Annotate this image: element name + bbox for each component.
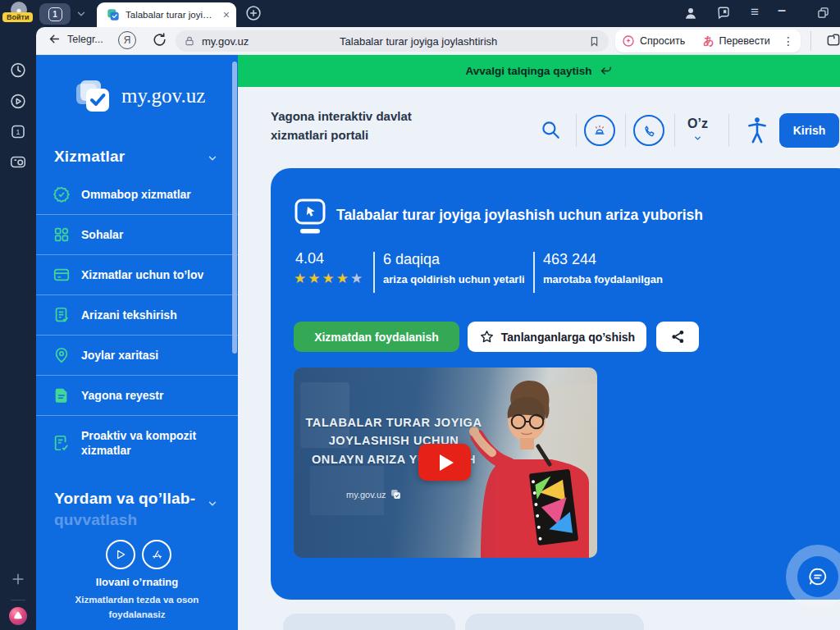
back-button[interactable]: Telegr... (48, 32, 103, 46)
duration-label: ariza qoldirish uchun yetarli (383, 273, 525, 285)
previous-version-banner[interactable]: Avvalgi talqinga qaytish (238, 55, 840, 87)
section-tab[interactable] (465, 614, 644, 630)
document-check-icon (52, 306, 71, 324)
sidebar-item-label: Xizmatlar uchun to’lov (81, 267, 203, 282)
browser-toolbar: Telegr... Я my.gov.uz Talabalar turar jo… (36, 27, 840, 55)
section-tab[interactable] (283, 614, 455, 630)
header-divider (728, 114, 729, 147)
site-logo[interactable]: my.gov.uz (74, 76, 205, 116)
sidebar-item-ommabop-xizmatlar[interactable]: Ommabop xizmatlar (36, 175, 238, 215)
media-play-icon[interactable] (10, 93, 27, 113)
use-service-button[interactable]: Xizmatdan foydalanish (294, 322, 459, 352)
tab-count-button[interactable]: 1 (39, 3, 71, 25)
ask-ai-icon (622, 34, 635, 48)
sidebar-item-yagona-reyestr[interactable]: Yagona reyestr (36, 376, 238, 416)
sidebar-item-xizmatlar-tolov[interactable]: Xizmatlar uchun to’lov (36, 255, 238, 295)
stat-divider (533, 252, 535, 293)
translate-button[interactable]: Перевести (719, 35, 769, 47)
sidebar-item-proaktiv-xizmatlar[interactable]: Proaktiv va kompozit xizmatlar (36, 416, 238, 470)
grid-icon (52, 226, 71, 244)
star-icon: ★ (350, 271, 364, 286)
login-badge[interactable]: Войти (2, 12, 33, 22)
app-promo-title: Ilovani o’rnating (36, 576, 238, 588)
service-video-thumbnail[interactable]: TALABALAR TURAR JOYIGA JOYLASHISH UCHUN … (294, 368, 597, 558)
sidebar-item-arizani-tekshirish[interactable]: Arizani tekshirish (36, 295, 238, 336)
login-button[interactable]: Kirish (779, 113, 839, 148)
header-divider (625, 114, 626, 147)
support-heading[interactable]: Yordam va qo’llab- (54, 490, 195, 508)
menu-hamburger-icon[interactable]: ≡ (751, 4, 759, 21)
rating-value: 4.04 (295, 250, 324, 267)
video-play-button[interactable] (418, 444, 471, 481)
google-play-icon[interactable] (106, 540, 135, 569)
toolbar-divider (810, 31, 811, 51)
usage-label: marotaba foydalanilgan (543, 273, 663, 285)
bookmark-icon[interactable] (588, 35, 600, 48)
header-divider (674, 114, 675, 147)
sidebar-item-label: Sohalar (81, 227, 123, 242)
sidebar-item-label: Joylar xaritasi (81, 348, 158, 363)
alice-assistant-icon[interactable] (8, 606, 28, 629)
toolbar-kebab-icon[interactable]: ⋮ (783, 34, 794, 48)
emergency-icon[interactable] (584, 115, 615, 146)
refresh-icon[interactable] (152, 32, 167, 51)
usage-value: 463 244 (543, 251, 596, 268)
document-edit-icon (52, 434, 71, 452)
sidebar-item-label: Ommabop xizmatlar (81, 187, 191, 202)
star-outline-icon (479, 329, 495, 345)
star-icon: ★ (336, 271, 350, 286)
ask-button[interactable]: Спросить (640, 35, 685, 47)
tabs-panel-icon[interactable]: 1 (10, 123, 27, 144)
minimize-icon[interactable]: – (778, 2, 786, 19)
history-icon[interactable] (10, 62, 27, 82)
sidebar-item-label: Proaktiv va kompozit xizmatlar (81, 428, 221, 458)
notifications-bubble-icon[interactable] (716, 6, 731, 24)
accessibility-icon[interactable] (744, 116, 770, 148)
new-tab-button[interactable] (245, 5, 262, 25)
support-chevron-icon[interactable] (207, 498, 218, 513)
tab-title: Talabalar turar joyiga jo (126, 10, 217, 20)
sidebar-item-label: Arizani tekshirish (81, 308, 177, 322)
page-content: Avvalgi talqinga qaytish Yagona interakt… (238, 55, 840, 630)
tab-list-chevron[interactable] (75, 8, 87, 23)
header-divider (576, 114, 577, 147)
support-heading-line2: quvvatlash (54, 511, 137, 529)
back-label: Telegr... (67, 34, 103, 45)
add-favorites-button[interactable]: Tanlanganlarga qo’shish (468, 322, 646, 352)
share-icon (670, 329, 686, 345)
add-panel-icon[interactable] (10, 571, 26, 591)
service-card: Talabalar turar joyiga joylashish uchun … (271, 168, 840, 600)
search-icon[interactable] (540, 119, 561, 144)
tab-close-icon[interactable]: × (223, 9, 230, 21)
active-tab[interactable]: Talabalar turar joyiga jo × (97, 2, 236, 27)
browser-side-rail: 1 ••• (0, 27, 36, 630)
share-button[interactable] (656, 322, 699, 352)
sidebar-scrollbar[interactable] (232, 62, 237, 354)
sidebar-item-sohalar[interactable]: Sohalar (36, 215, 238, 255)
stat-divider (373, 252, 375, 293)
badge-check-icon (52, 185, 71, 203)
address-bar[interactable]: my.gov.uz Talabalar turar joyiga joylash… (176, 30, 609, 52)
language-label: O’z (687, 116, 708, 130)
site-sidebar: my.gov.uz Xizmatlar Ommabop xizmatlar So… (36, 55, 238, 630)
lock-icon (184, 35, 195, 47)
star-rating[interactable]: ★★★★★ (294, 270, 364, 287)
services-chevron-icon[interactable] (207, 153, 218, 167)
app-store-icon[interactable] (142, 540, 171, 569)
chat-fab-button[interactable] (797, 556, 838, 597)
toolbar-actions: Спросить あ Перевести ⋮ (615, 30, 801, 52)
services-heading[interactable]: Xizmatlar (54, 148, 125, 166)
browser-profile-icon[interactable] (683, 6, 698, 24)
page-title: Talabalar turar joyiga joylashtirish (249, 35, 588, 48)
duration-value: 6 daqiqa (383, 251, 440, 268)
online-service-icon (294, 198, 328, 235)
restore-window-icon[interactable] (817, 7, 829, 22)
add-favorites-label: Tanlanganlarga qo’shish (501, 331, 635, 344)
yandex-services-icon[interactable]: Я (118, 31, 136, 49)
language-selector[interactable]: O’z (687, 116, 708, 146)
screenshot-icon[interactable] (9, 153, 27, 174)
phone-icon[interactable] (633, 115, 664, 146)
side-panel-icon[interactable] (825, 32, 840, 52)
chat-bubble-icon (807, 566, 829, 587)
sidebar-item-joylar-xaritasi[interactable]: Joylar xaritasi (36, 336, 238, 376)
